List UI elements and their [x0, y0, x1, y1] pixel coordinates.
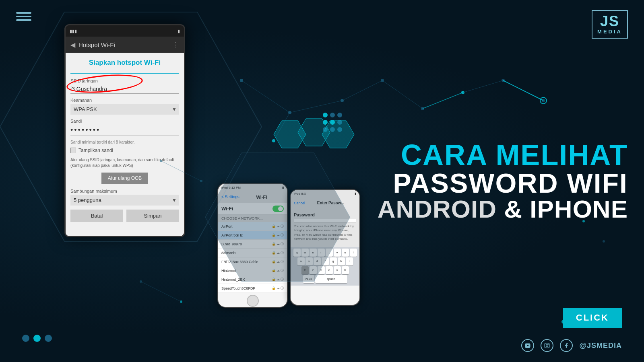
hex-dot-6	[337, 120, 342, 125]
iphone-left-nav: < Settings Wi-Fi	[218, 191, 287, 203]
key-i2[interactable]: i	[346, 257, 353, 265]
social-handle: @JSMEDIA	[579, 341, 622, 350]
divider	[70, 73, 179, 74]
network-item-dalmani[interactable]: dalmani1 🔒 ☁ ⓘ	[218, 249, 287, 257]
password-field[interactable]: ••••••••	[70, 125, 179, 136]
logo-js: JS	[597, 14, 622, 29]
max-connections-label: Sambungan maksimum	[70, 189, 179, 193]
network-item-fritz[interactable]: FRiTZ!Box 6360 Cable 🔒 ☁ ⓘ	[218, 257, 287, 266]
signal-icon: ▮▮▮	[70, 29, 77, 34]
key-x[interactable]: x	[318, 266, 325, 274]
svg-rect-32	[545, 343, 550, 348]
network-item-bnet[interactable]: B.net_98978 🔒 ☁ ⓘ	[218, 240, 287, 249]
network-icons: 🔒 ☁ ⓘ	[272, 233, 284, 237]
password-hint: Sandi minimal terdiri dari 8 karakter.	[70, 140, 179, 144]
iphone-back-link[interactable]: < Settings	[221, 195, 239, 199]
hex-dot-2	[330, 113, 335, 117]
phone-menu-icon[interactable]: ⋮	[173, 41, 179, 49]
network-list-header: CHOOSE A NETWORK...	[218, 215, 287, 222]
back-arrow-icon[interactable]: ◀	[70, 41, 75, 49]
show-password-row[interactable]: Tampilkan sandi	[70, 148, 179, 153]
key-w[interactable]: w	[301, 249, 309, 257]
battery-icon: ▮	[178, 29, 180, 34]
keyboard-row-2: a s d f g h i	[291, 257, 359, 265]
network-name: FRiTZ!Box 6360 Cable	[221, 260, 272, 264]
title-line-1: CARA MELIHAT	[354, 140, 628, 169]
show-password-checkbox[interactable]	[70, 148, 76, 153]
network-icons: 🔒 ☁ ⓘ	[272, 259, 284, 264]
max-connections-wrapper: 5 pengguna ▼	[70, 195, 179, 206]
key-r[interactable]: r	[318, 249, 325, 257]
security-label: Keamanan	[70, 98, 179, 103]
network-name: AirPort 5GHz	[221, 233, 272, 237]
ssid-wrapper: SSID jaringan i3 Guschandra	[70, 78, 179, 94]
network-item-airport[interactable]: AirPort 🔒 ☁ ⓘ	[218, 222, 287, 231]
max-connections-select[interactable]: 5 pengguna	[70, 195, 179, 206]
network-name: Hinternet_2EX	[221, 278, 272, 282]
ssid-field[interactable]: i3 Guschandra	[70, 84, 179, 94]
hamburger-menu[interactable]	[16, 12, 31, 21]
hex-dot-grid	[323, 113, 342, 132]
network-name: SpeedTouch3C8FDF	[221, 286, 272, 290]
hamburger-line-2	[16, 16, 31, 17]
key-f[interactable]: f	[322, 257, 329, 265]
iphone-nav-title: Wi-Fi	[239, 195, 284, 200]
network-item-hinternet2[interactable]: Hinternet_2EX 🔒 ☁ ⓘ	[218, 275, 287, 284]
key-g[interactable]: g	[330, 257, 337, 265]
key-u[interactable]: u	[342, 249, 349, 257]
keyboard-row-4: ?123 space	[291, 275, 359, 283]
network-name: Hinternet	[221, 269, 272, 273]
hex-dot-4	[323, 120, 328, 125]
key-t[interactable]: t	[326, 249, 333, 257]
password-input-field[interactable]	[294, 219, 356, 223]
keyboard-row-1: q w e r t y u i	[291, 249, 359, 257]
phone-status-bar: ▮▮▮ ▮	[66, 25, 184, 37]
key-y[interactable]: y	[334, 249, 341, 257]
facebook-icon[interactable]	[560, 339, 573, 352]
key-z[interactable]: z	[310, 266, 317, 274]
key-shift[interactable]: ⇧	[301, 266, 309, 274]
key-e[interactable]: e	[310, 249, 317, 257]
password-cancel-link[interactable]: Cancel	[294, 201, 305, 205]
network-icons: 🔒 ☁ ⓘ	[272, 224, 284, 228]
key-space[interactable]: space	[315, 275, 347, 283]
password-body: Password You can also access this Wi-Fi …	[291, 209, 359, 247]
key-b[interactable]: b	[342, 266, 349, 274]
iphone-right-status: iPod 8:X ▮	[291, 190, 359, 197]
key-a[interactable]: a	[297, 257, 305, 265]
password-field-label: Password	[294, 212, 356, 217]
hamburger-line-1	[16, 12, 31, 14]
key-s[interactable]: s	[305, 257, 313, 265]
key-h[interactable]: h	[338, 257, 345, 265]
save-button[interactable]: Simpan	[126, 210, 179, 222]
description-text: Atur ulang SSID jaringan, keamanan, dan …	[70, 157, 179, 169]
wifi-label: Wi-Fi	[221, 206, 233, 212]
security-select[interactable]: WPA PSK	[70, 104, 179, 115]
ssid-label: SSID jaringan	[70, 78, 179, 83]
hamburger-line-3	[16, 19, 31, 21]
key-123[interactable]: ?123	[303, 275, 314, 283]
youtube-icon[interactable]	[521, 339, 534, 352]
network-item-airport5[interactable]: AirPort 5GHz 🔒 ☁ ⓘ	[218, 231, 287, 240]
iphone-home-button[interactable]	[247, 295, 259, 307]
iphone-left-status: iPod 6:12 PM ▮	[218, 184, 287, 191]
key-c[interactable]: c	[326, 266, 333, 274]
key-d[interactable]: d	[314, 257, 321, 265]
key-i[interactable]: i	[350, 249, 357, 257]
password-keyboard: q w e r t y u i a s d f g h i ⇧ z x c v …	[291, 247, 359, 286]
cancel-button[interactable]: Batal	[70, 210, 123, 222]
reset-button[interactable]: Atur ulang OOB	[101, 173, 149, 184]
wifi-toggle[interactable]	[272, 206, 284, 212]
hotspot-title: Siapkan hotspot Wi-Fi	[70, 59, 179, 67]
key-v[interactable]: v	[334, 266, 341, 274]
network-item-hinternet[interactable]: Hinternet 🔒 ☁ ⓘ	[218, 266, 287, 275]
android-phone-mockup: ▮▮▮ ▮ ◀ Hotspot Wi-Fi ⋮ Siapkan hotspot …	[64, 24, 185, 237]
network-item-speedtouch[interactable]: SpeedTouch3C8FDF 🔒 ☁ ⓘ	[218, 284, 287, 293]
instagram-icon[interactable]	[541, 339, 553, 352]
svg-point-33	[546, 345, 548, 347]
key-q[interactable]: q	[293, 249, 301, 257]
click-button[interactable]: CLiCK	[563, 308, 622, 328]
android-text: ANDROID	[378, 195, 497, 223]
hex-dot-3	[337, 113, 342, 117]
network-name: B.net_98978	[221, 242, 272, 246]
